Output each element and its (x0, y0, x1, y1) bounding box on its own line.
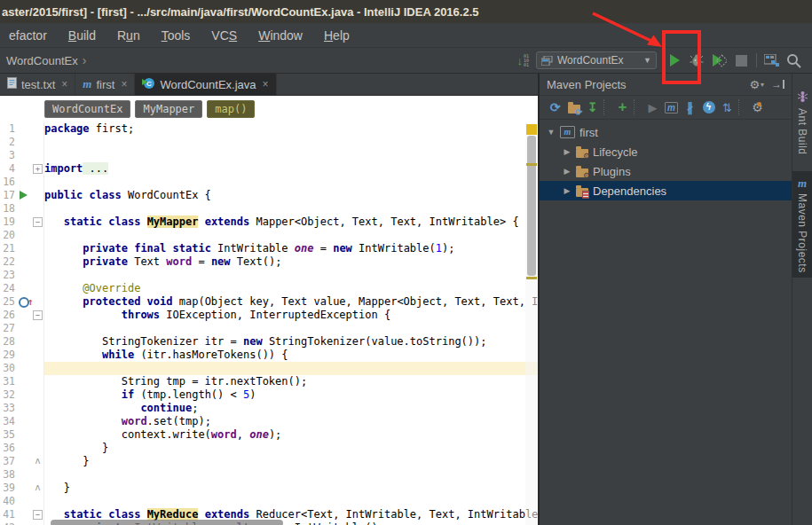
code-line-33[interactable]: 33 continue; (0, 402, 538, 415)
code-text[interactable]: private final static IntWritable one = n… (44, 242, 538, 255)
code-text[interactable] (44, 149, 538, 162)
maven-run-config-icon[interactable]: m (662, 99, 681, 115)
code-editor[interactable]: 1package first;234+import ...1617public … (0, 122, 538, 525)
menu-item-efactor[interactable]: efactor (0, 27, 56, 44)
code-text[interactable]: word.set(tmp); (44, 415, 538, 428)
code-text[interactable]: context.write(word, one); (44, 428, 538, 442)
breadcrumb-item[interactable]: WordCountEx (6, 54, 78, 67)
fold-end-marker[interactable]: ʌ (35, 456, 40, 466)
scrollbar-thumb[interactable] (527, 136, 536, 276)
code-text[interactable]: } (44, 442, 538, 455)
chevron-collapsed-icon[interactable]: ▶ (563, 167, 572, 176)
menu-item-help[interactable]: Help (315, 27, 359, 44)
skip-tests-icon[interactable]: ∦ (681, 99, 699, 115)
editor-vertical-scrollbar[interactable] (525, 122, 538, 525)
close-icon[interactable]: × (263, 78, 269, 90)
code-line-1[interactable]: 1package first; (0, 122, 538, 136)
code-line-16[interactable]: 16 (0, 176, 538, 189)
breadcrumb-chip-MyMapper[interactable]: MyMapper (135, 100, 202, 118)
code-text[interactable] (44, 229, 538, 242)
download-sources-icon[interactable]: ↧ (583, 99, 602, 115)
menu-item-build[interactable]: Build (59, 27, 105, 44)
editor-tab-WordCountEx.java[interactable]: CWordCountEx.java× (135, 74, 276, 95)
code-line-30[interactable]: 30 (0, 362, 538, 375)
warning-stripe-mark[interactable] (526, 277, 537, 279)
chevron-expanded-icon[interactable]: ▼ (547, 128, 556, 137)
run-class-icon[interactable] (20, 191, 28, 200)
code-line-17[interactable]: 17public class WordCountEx { (0, 189, 538, 202)
code-line-26[interactable]: 26− throws IOException, InterruptedExcep… (0, 309, 538, 322)
code-line-23[interactable]: 23 (0, 269, 538, 282)
code-line-21[interactable]: 21 private final static IntWritable one … (0, 242, 538, 255)
breadcrumb-chip-map[interactable]: map() (207, 100, 255, 118)
breadcrumb-chip-WordCountEx[interactable]: WordCountEx (44, 100, 130, 118)
code-line-25[interactable]: 25 protected void map(Object key, Text v… (0, 295, 538, 309)
refresh-maven-icon[interactable]: ⟳ (546, 99, 564, 115)
menu-item-tools[interactable]: Tools (153, 27, 200, 44)
code-text[interactable]: String tmp = itr.nextToken(); (44, 375, 538, 388)
code-line-20[interactable]: 20 (0, 229, 538, 242)
editor-tab-test.txt[interactable]: test.txt× (0, 74, 75, 95)
override-method-icon[interactable] (19, 297, 29, 308)
code-text[interactable]: } (44, 455, 538, 468)
stop-button[interactable] (732, 51, 750, 70)
menu-item-window[interactable]: Window (249, 27, 311, 44)
code-line-36[interactable]: 36 } (0, 442, 538, 455)
code-line-24[interactable]: 24 @Override (0, 282, 538, 295)
code-line-40[interactable]: 40 (0, 495, 538, 508)
run-button[interactable] (666, 51, 683, 70)
code-line-2[interactable]: 2 (0, 136, 538, 149)
code-line-37[interactable]: 37ʌ } (0, 455, 538, 468)
tree-node-dependencies[interactable]: ▶Dependencies (540, 181, 792, 200)
debug-button[interactable] (688, 51, 706, 70)
close-icon[interactable]: × (61, 78, 67, 90)
code-text[interactable]: continue; (44, 402, 538, 415)
close-icon[interactable]: × (121, 78, 127, 90)
collapse-all-icon[interactable]: ⇅ (718, 99, 737, 115)
code-line-19[interactable]: 19− static class MyMapper extends Mapper… (0, 215, 538, 229)
gear-icon[interactable]: ⚙▾ (749, 78, 764, 91)
code-line-18[interactable]: 18 (0, 202, 538, 215)
code-line-29[interactable]: 29 while (itr.hasMoreTokens()) { (0, 349, 538, 362)
code-text[interactable]: public class WordCountEx { (44, 189, 538, 202)
inspection-status-icon[interactable] (526, 124, 537, 135)
code-text[interactable]: if (tmp.length() < 5) (44, 388, 538, 402)
code-text[interactable]: while (itr.hasMoreTokens()) { (44, 349, 538, 362)
code-text[interactable]: } (44, 482, 538, 495)
stripe-button-maven-projects[interactable]: mMaven Projects (792, 171, 812, 278)
code-text[interactable] (44, 468, 538, 482)
code-text[interactable] (44, 362, 538, 375)
code-text[interactable]: @Override (44, 282, 538, 295)
code-line-28[interactable]: 28 StringTokenizer itr = new StringToken… (0, 335, 538, 349)
code-line-39[interactable]: 39ʌ } (0, 482, 538, 495)
editor-horizontal-scrollbar[interactable] (51, 520, 283, 525)
tree-node-lifecycle[interactable]: ▶Lifecycle (540, 142, 792, 161)
editor-tab-first[interactable]: mfirst× (75, 74, 135, 95)
code-text[interactable] (44, 202, 538, 215)
fold-marker[interactable]: + (33, 164, 43, 174)
code-text[interactable]: import ... (44, 162, 538, 176)
code-line-34[interactable]: 34 word.set(tmp); (0, 415, 538, 428)
fold-marker[interactable]: − (33, 510, 43, 520)
project-structure-button[interactable] (762, 51, 780, 70)
execute-goal-icon[interactable]: ϟ (699, 99, 718, 115)
code-line-38[interactable]: 38 (0, 468, 538, 482)
code-line-31[interactable]: 31 String tmp = itr.nextToken(); (0, 375, 538, 388)
code-text[interactable] (44, 322, 538, 335)
code-text[interactable]: static class MyMapper extends Mapper<Obj… (44, 215, 538, 229)
code-line-22[interactable]: 22 private Text word = new Text(); (0, 255, 538, 269)
code-line-4[interactable]: 4+import ... (0, 162, 538, 176)
hide-panel-icon[interactable]: → (771, 80, 784, 89)
run-build-icon[interactable]: ▶ (643, 99, 662, 115)
chevron-collapsed-icon[interactable]: ▶ (563, 147, 572, 156)
code-text[interactable] (44, 495, 538, 508)
breadcrumb[interactable]: WordCountEx › (0, 53, 86, 67)
code-text[interactable] (44, 136, 538, 149)
code-text[interactable] (44, 176, 538, 189)
code-text[interactable]: private Text word = new Text(); (44, 255, 538, 269)
add-maven-project-icon[interactable]: + (613, 99, 632, 115)
menu-item-vcs[interactable]: VCS (202, 27, 246, 44)
chevron-collapsed-icon[interactable]: ▶ (563, 186, 572, 195)
maven-settings-icon[interactable]: ⚙ (748, 99, 767, 115)
tree-node-plugins[interactable]: ▶Plugins (540, 161, 792, 181)
